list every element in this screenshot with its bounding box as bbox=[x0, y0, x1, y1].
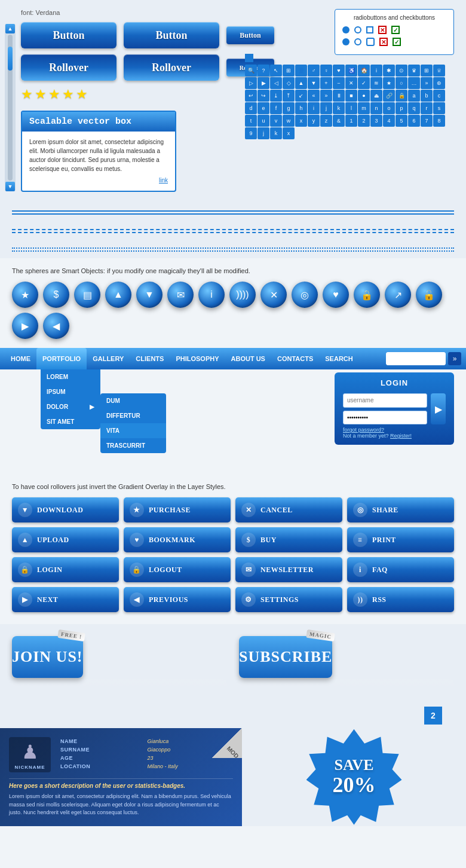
dropdown-dolor[interactable]: DOLOR ▶ bbox=[41, 399, 100, 414]
rollover-large-1[interactable]: Rollover bbox=[21, 54, 116, 81]
sphere-play[interactable]: ▶ bbox=[12, 313, 38, 339]
icon-k[interactable]: k bbox=[333, 102, 345, 114]
icon-2[interactable]: 2 bbox=[358, 115, 370, 127]
icon-pause[interactable]: ⏸ bbox=[333, 90, 345, 102]
checkbox-check-1[interactable]: ✓ bbox=[391, 26, 400, 34]
icon-g[interactable]: g bbox=[283, 102, 295, 114]
icon-home[interactable]: 🏠 bbox=[358, 65, 370, 77]
nav-portfolio[interactable]: PORTFOLIO bbox=[36, 348, 87, 369]
icon-4[interactable]: 4 bbox=[383, 115, 395, 127]
cancel-button[interactable]: ✕ CANCEL bbox=[235, 497, 342, 522]
icon-female[interactable]: ♀ bbox=[320, 65, 332, 77]
icon-arrow-dn[interactable]: ▼ bbox=[308, 77, 320, 89]
icon-grid[interactable]: ⊞ bbox=[283, 65, 295, 77]
icon-s[interactable]: s bbox=[433, 102, 445, 114]
icon-male[interactable]: ♂ bbox=[308, 65, 320, 77]
icon-x2[interactable]: x bbox=[295, 115, 307, 127]
icon-key[interactable]: a bbox=[408, 90, 420, 102]
icon-eject[interactable]: ⏏ bbox=[370, 90, 382, 102]
icon-star[interactable]: ★ bbox=[383, 77, 395, 89]
icon-m[interactable]: m bbox=[358, 102, 370, 114]
button-small-1[interactable]: Button bbox=[226, 26, 274, 44]
icon-check[interactable]: ✓ bbox=[358, 77, 370, 89]
star-2[interactable]: ★ bbox=[35, 87, 47, 102]
icon-f[interactable]: f bbox=[270, 102, 282, 114]
icon-l[interactable]: l bbox=[345, 102, 357, 114]
icon-v[interactable]: v bbox=[270, 115, 282, 127]
icon-c[interactable]: c bbox=[433, 90, 445, 102]
star-5[interactable]: ★ bbox=[76, 87, 88, 102]
icon-ul[interactable]: ⤒ bbox=[283, 90, 295, 102]
icon-arrow-l[interactable]: ◁ bbox=[270, 77, 282, 89]
icon-crown2[interactable]: ♕ bbox=[433, 65, 445, 77]
logout-button[interactable]: 🔒 LOGOUT bbox=[124, 557, 231, 582]
login-password-input[interactable] bbox=[343, 411, 427, 425]
icon-redo[interactable]: ↪ bbox=[257, 90, 269, 102]
sphere-info[interactable]: i bbox=[198, 282, 225, 308]
icon-play[interactable]: ▶ bbox=[257, 77, 269, 89]
sphere-down[interactable]: ▼ bbox=[136, 282, 163, 308]
icon-5[interactable]: 5 bbox=[396, 115, 407, 127]
sphere-print[interactable]: ▤ bbox=[74, 282, 100, 308]
sphere-heart[interactable]: ♥ bbox=[323, 282, 349, 308]
icon-w[interactable]: w bbox=[283, 115, 295, 127]
join-us-button[interactable]: JOIN US! FREE ! bbox=[12, 636, 83, 678]
scrollbar[interactable]: ▲ ▼ bbox=[5, 24, 16, 191]
checkbox-check-2[interactable]: ✓ bbox=[393, 38, 401, 46]
checkbox-empty-1[interactable] bbox=[366, 26, 373, 33]
sphere-arrow[interactable]: ↗ bbox=[385, 282, 411, 308]
icon-x[interactable]: ✕ bbox=[345, 77, 357, 89]
icon-r[interactable]: r bbox=[421, 102, 433, 114]
sphere-x[interactable]: ✕ bbox=[260, 282, 287, 308]
previous-button[interactable]: ◀ PREVIOUS bbox=[124, 587, 231, 612]
icon-dl2[interactable]: ↙ bbox=[295, 90, 307, 102]
icon-j2[interactable]: j bbox=[257, 127, 269, 139]
vector-box-link[interactable]: link bbox=[29, 176, 168, 185]
sub-vita[interactable]: VITA bbox=[100, 423, 166, 438]
sub-differtur[interactable]: DIFFERTUR bbox=[100, 408, 166, 423]
icon-3[interactable]: 3 bbox=[370, 115, 382, 127]
checkbox-x-1[interactable]: ✕ bbox=[378, 26, 387, 34]
dropdown-sitamet[interactable]: SIT AMET bbox=[41, 414, 100, 429]
icon-misc1[interactable]: ⊛ bbox=[433, 77, 445, 89]
nav-clients[interactable]: CLIENTS bbox=[130, 348, 170, 369]
dropdown-lorem[interactable]: LOREM bbox=[41, 369, 100, 384]
forgot-password-link[interactable]: forgot password? bbox=[343, 427, 384, 433]
icon-minus[interactable]: − bbox=[333, 77, 345, 89]
icon-k2[interactable]: k bbox=[270, 127, 282, 139]
icon-i[interactable]: i bbox=[308, 102, 320, 114]
download-button[interactable]: ▼ DOWNLOAD bbox=[12, 497, 119, 522]
icon-q[interactable]: q bbox=[408, 102, 420, 114]
icon-n[interactable]: n bbox=[370, 102, 382, 114]
sphere-target[interactable]: ◎ bbox=[292, 282, 318, 308]
icon-wheelchair[interactable]: ♿ bbox=[345, 65, 357, 77]
icon-z[interactable]: z bbox=[320, 115, 332, 127]
icon-wave[interactable]: ≋ bbox=[370, 77, 382, 89]
share-button[interactable]: ◎ SHARE bbox=[347, 497, 454, 522]
rss-button[interactable]: )) RSS bbox=[347, 587, 454, 612]
nav-contacts[interactable]: CONTACTS bbox=[271, 348, 319, 369]
login-username-input[interactable] bbox=[343, 393, 427, 408]
nav-search-button[interactable]: » bbox=[448, 352, 461, 365]
icon-rwd[interactable]: « bbox=[308, 90, 320, 102]
nav-gallery[interactable]: GALLERY bbox=[87, 348, 130, 369]
sub-trascurrit[interactable]: TRASCURRIT bbox=[100, 438, 166, 453]
icon-o[interactable]: o bbox=[383, 102, 395, 114]
icon-crown[interactable]: ♛ bbox=[408, 65, 420, 77]
nav-about[interactable]: ABOUT US bbox=[225, 348, 271, 369]
icon-arrow-r[interactable]: ▷ bbox=[245, 77, 257, 89]
icon-undo[interactable]: ↩ bbox=[245, 90, 257, 102]
sphere-mail[interactable]: ✉ bbox=[167, 282, 194, 308]
icon-diamond[interactable]: ◇ bbox=[283, 77, 295, 89]
icon-info[interactable]: i bbox=[370, 65, 382, 77]
icon-clock[interactable]: ⊙ bbox=[396, 65, 407, 77]
icon-grid2[interactable]: ⊞ bbox=[421, 65, 433, 77]
icon-t[interactable]: t bbox=[245, 115, 257, 127]
nav-philosophy[interactable]: PHILOSOPHY bbox=[170, 348, 225, 369]
dropdown-ipsum[interactable]: IPSUM bbox=[41, 384, 100, 399]
button-medium-1[interactable]: Button bbox=[124, 22, 219, 48]
upload-button[interactable]: ▲ UPLOAD bbox=[12, 527, 119, 552]
icon-dots[interactable]: … bbox=[408, 77, 420, 89]
rollover-medium-1[interactable]: Rollover bbox=[124, 54, 219, 81]
sphere-lock[interactable]: 🔒 bbox=[354, 282, 380, 308]
